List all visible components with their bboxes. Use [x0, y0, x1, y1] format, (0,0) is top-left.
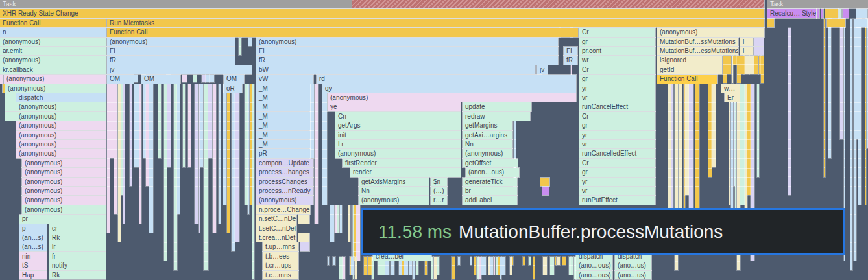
frame-er[interactable]: Er	[725, 93, 740, 102]
frame-m[interactable]: _M	[256, 140, 310, 148]
frame-ano-us[interactable]: (ano…us)	[615, 271, 651, 279]
frame-function-call[interactable]: Function Call	[0, 19, 106, 27]
frame-segment[interactable]	[300, 242, 309, 251]
frame-fr[interactable]: fR	[564, 56, 577, 64]
frame-jv[interactable]: jv	[107, 65, 252, 74]
frame-anonymous[interactable]: (anonymous)	[0, 56, 106, 64]
frame-anonymous[interactable]: (anonymous)	[16, 102, 106, 111]
frame-anonymous[interactable]: (anonymous)	[328, 93, 576, 102]
frame-p[interactable]: p	[19, 224, 47, 233]
frame-yr[interactable]: yr	[579, 131, 655, 139]
frame-anonymous[interactable]: (anonymous)	[22, 178, 106, 186]
frame-mutationbuf-ssmutations[interactable]: MutationBuf…ssMutations	[657, 38, 738, 46]
frame-compon-update[interactable]: compon…Update	[256, 159, 313, 167]
frame-anonymous[interactable]: (anonymous)	[22, 168, 106, 176]
frame-notify[interactable]: notify	[49, 261, 106, 270]
frame-anonymous[interactable]: (anonymous)	[16, 149, 106, 158]
frame-init[interactable]: init	[335, 131, 461, 139]
frame-bw[interactable]: bW	[256, 65, 535, 74]
flame-chart[interactable]: TaskTaskXHR Ready State ChangeRecalcu… S…	[0, 0, 868, 280]
frame-segment[interactable]	[352, 0, 764, 8]
frame-t-c-mns[interactable]: t.c…mns	[263, 271, 298, 279]
frame-fi[interactable]: FI	[256, 47, 558, 55]
frame-om[interactable]: OM	[224, 75, 244, 83]
frame-anonymous[interactable]: (anonymous)	[0, 38, 106, 46]
frame-function-call[interactable]: Function Call	[107, 28, 578, 36]
frame-ano-ous[interactable]: (ano…ous)	[576, 261, 612, 270]
frame-ts[interactable]: tS	[19, 261, 47, 270]
frame-qy[interactable]: qy	[322, 84, 576, 93]
frame-xhr-ready-state-change[interactable]: XHR Ready State Change	[0, 9, 764, 18]
frame-addlabel[interactable]: addLabel	[463, 196, 517, 204]
frame-i[interactable]: i	[740, 47, 753, 55]
frame-n[interactable]: n	[0, 28, 106, 36]
frame-kr-callback[interactable]: kr.callback	[0, 65, 106, 74]
frame-rd[interactable]: rd	[317, 75, 576, 83]
frame-fi[interactable]: FI	[107, 47, 235, 55]
frame-anonymous[interactable]: (anonymous)	[359, 196, 429, 204]
frame-t-b-ees[interactable]: t.b…ees	[263, 252, 298, 261]
frame-ye[interactable]: ye	[328, 102, 461, 111]
frame-segment[interactable]	[298, 233, 309, 242]
frame-run-microtasks[interactable]: Run Microtasks	[107, 19, 764, 27]
frame-n-setc-ndefs[interactable]: n.setC…nDefs	[256, 215, 296, 223]
frame-segment[interactable]	[821, 9, 823, 18]
frame-n[interactable]: $n	[431, 178, 447, 186]
frame-anonymous[interactable]: (anonymous)	[256, 38, 558, 46]
frame-cn[interactable]: Cn	[335, 112, 461, 121]
frame-anonymous[interactable]: (anonymous)	[22, 196, 106, 204]
frame-anonymous[interactable]: (anonymous)	[335, 149, 461, 158]
frame-nin[interactable]: nin	[19, 252, 47, 261]
frame-gr[interactable]: gr	[579, 168, 655, 176]
frame-segment[interactable]	[5, 112, 16, 121]
frame-yr[interactable]: yr	[579, 178, 655, 186]
frame-t-crea-ndefs[interactable]: t.crea…nDefs	[256, 233, 296, 242]
frame-vr[interactable]: vr	[579, 93, 655, 102]
frame-anonymous[interactable]: (anonymous)	[107, 38, 235, 46]
frame-runcancelledeffect[interactable]: runCancelledEffect	[579, 149, 655, 158]
frame-wr[interactable]: wr	[579, 56, 655, 64]
frame-anonymous[interactable]: (anonymous)	[16, 121, 106, 130]
frame-anonymous[interactable]: (anonymous)	[22, 187, 106, 195]
frame-segment[interactable]	[540, 178, 549, 186]
frame-br[interactable]: br	[463, 187, 517, 195]
frame-fr[interactable]: fr	[49, 252, 106, 261]
frame-hap[interactable]: Hap	[19, 271, 47, 279]
frame-gr[interactable]: gr	[579, 75, 655, 83]
frame-segment[interactable]	[298, 215, 309, 223]
frame-cr[interactable]: Cr	[579, 159, 655, 167]
frame-t-cr-ups[interactable]: t.cr…ups	[263, 261, 298, 270]
frame-anon-ous[interactable]: (anon…ous)	[466, 168, 519, 176]
frame-cr[interactable]: Cr	[579, 112, 655, 121]
frame-segment[interactable]	[827, 19, 845, 27]
frame-redraw[interactable]: redraw	[463, 112, 530, 121]
frame-runcanceleffect[interactable]: runCancelEffect	[579, 102, 655, 111]
frame-anonymous[interactable]: (anonymous)	[16, 140, 106, 148]
frame-getaxi-argins[interactable]: getAxi…argins	[463, 131, 512, 139]
frame-fi[interactable]: FI	[564, 47, 577, 55]
frame-anonymous[interactable]: (anonymous)	[5, 84, 106, 93]
frame-segment[interactable]	[767, 19, 774, 27]
frame-anonymous[interactable]: (anonymous)	[22, 159, 106, 167]
frame-nn[interactable]: Nn	[359, 187, 429, 195]
frame-fr[interactable]: fR	[107, 56, 235, 64]
frame-getid[interactable]: getId	[657, 65, 722, 74]
frame-runputeffect[interactable]: runPutEffect	[579, 196, 655, 204]
frame-render[interactable]: render	[350, 168, 461, 176]
frame-m[interactable]: _M	[256, 131, 310, 139]
frame-recalcu-style[interactable]: Recalcu… Style	[767, 9, 816, 18]
frame-segment[interactable]	[817, 9, 819, 18]
frame-pr[interactable]: pr	[19, 215, 106, 223]
frame-segment[interactable]	[0, 75, 3, 83]
frame-getargs[interactable]: getArgs	[335, 121, 461, 130]
frame-ano-us[interactable]: (ano…us)	[615, 261, 651, 270]
frame-task[interactable]: Task	[767, 0, 868, 8]
frame-segment[interactable]	[754, 47, 764, 55]
frame-segment[interactable]	[5, 102, 16, 111]
frame-om[interactable]: OM	[141, 75, 180, 83]
frame-cr[interactable]: Cr	[579, 28, 655, 36]
frame-getoffset[interactable]: getOffset	[463, 159, 518, 167]
frame-ar-emit[interactable]: ar.emit	[0, 47, 106, 55]
frame-yr[interactable]: yr	[579, 84, 655, 93]
frame-segment[interactable]: (…)	[431, 187, 447, 195]
